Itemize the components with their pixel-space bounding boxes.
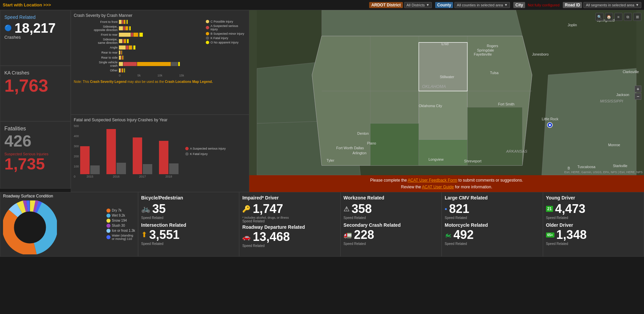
yearly-chart-content: 500 400 300 200 100 0 bbox=[74, 124, 246, 178]
roadid-chevron-icon: ▼ bbox=[636, 3, 639, 7]
svg-text:Starkville: Starkville bbox=[613, 164, 627, 168]
svg-text:Stillwater: Stillwater bbox=[440, 75, 454, 79]
city-status: Not fully configured bbox=[528, 3, 559, 7]
map-grid-icon[interactable]: ⊞ bbox=[633, 13, 641, 21]
map-home-icon[interactable]: 🏠 bbox=[605, 13, 613, 21]
svg-text:Longview: Longview bbox=[428, 157, 444, 161]
ka-crashes-number: 1,763 bbox=[4, 77, 66, 94]
ka-crashes-title: KA Crashes bbox=[4, 70, 66, 75]
svg-text:Shreveport: Shreveport bbox=[464, 159, 482, 163]
bar-row-angle: Angle bbox=[74, 45, 203, 50]
donut-legend-slush: Slush 30 bbox=[106, 224, 135, 228]
donut-chart-svg bbox=[3, 200, 57, 254]
svg-text:Arlington: Arlington bbox=[352, 151, 366, 155]
speed-related-title: Speed Related bbox=[4, 14, 66, 20]
svg-point-54 bbox=[14, 212, 46, 243]
svg-text:Fort Worth Dallas: Fort Worth Dallas bbox=[336, 146, 364, 150]
young-driver-panel: Young Driver 21 4,473 Speed Related Olde… bbox=[543, 192, 644, 257]
svg-text:Fayetteville: Fayetteville bbox=[474, 52, 492, 56]
map-section: Joplin Springnield Garrdeau Rogers Sprin… bbox=[249, 10, 644, 192]
legend-a-suspected-serious: A Suspected serious injury bbox=[206, 24, 246, 31]
large-cmv-panel: Large CMV Related ▪ 821 Speed Related Mo… bbox=[442, 192, 543, 257]
speed-icon: 🔵 bbox=[4, 24, 12, 32]
donut-legend-snow: Snow 194 bbox=[106, 219, 135, 223]
roadid-select[interactable]: All segments in selected area ▼ bbox=[583, 2, 641, 8]
wz-number-row: ⚠ 358 bbox=[344, 202, 439, 216]
svg-text:OKLAHOMA: OKLAHOMA bbox=[422, 84, 446, 89]
cmv-moto-title: Motorcycle Related bbox=[445, 222, 540, 228]
feedback-form-link[interactable]: ACAT User Feedback Form bbox=[408, 178, 457, 183]
bar-row-front-to-rear: Front to rear bbox=[74, 33, 203, 37]
county-label: County bbox=[435, 2, 453, 8]
ardot-chevron-icon: ▼ bbox=[426, 3, 429, 7]
bar-row-single-vehicle: Single vehiclecrash bbox=[74, 61, 203, 67]
legend-k-fatal: K Fatal injury bbox=[206, 36, 246, 40]
yd-older-speed: Speed Related bbox=[546, 242, 641, 246]
car-icon: 🚗 bbox=[242, 233, 251, 241]
wz-secondary-row: 🚛 228 bbox=[344, 228, 439, 242]
charts-column: Crash Severity by Crash Manner Front to … bbox=[71, 10, 249, 192]
bar-2018-red bbox=[159, 141, 168, 174]
crash-severity-legend: C Possible injury A Suspected serious in… bbox=[206, 20, 246, 77]
svg-text:Tuscaloosa: Tuscaloosa bbox=[577, 165, 595, 169]
bp-speed-label: Speed Related bbox=[141, 216, 236, 220]
legend-o-no-apparent: O No apparent injury bbox=[206, 41, 246, 44]
svg-marker-11 bbox=[419, 91, 467, 139]
map-search-icon[interactable]: 🔍 bbox=[595, 13, 604, 21]
speed-number-row: 🔵 18,217 bbox=[4, 21, 66, 35]
top-nav: Start with Location >>> ARDOT District A… bbox=[0, 0, 644, 10]
id-departure-title: Roadway Departure Related bbox=[242, 224, 337, 230]
map-area[interactable]: Joplin Springnield Garrdeau Rogers Sprin… bbox=[249, 10, 644, 175]
crash-severity-chart: Crash Severity by Crash Manner Front to … bbox=[71, 10, 249, 115]
user-guide-link[interactable]: ACAT User Guide bbox=[422, 185, 454, 189]
cmv-moto-speed: Speed Related bbox=[445, 242, 540, 246]
bottom-section: Roadway Surface Condition bbox=[0, 192, 644, 257]
yearly-legend-dark: K Fatal injury bbox=[185, 152, 226, 156]
map-svg: Joplin Springnield Garrdeau Rogers Sprin… bbox=[249, 10, 644, 175]
map-toolbar: 🔍 🏠 ≡ ⧉ ⊞ bbox=[595, 13, 641, 21]
cmv-title: Large CMV Related bbox=[445, 195, 540, 200]
bar-row-other: Other bbox=[74, 68, 203, 72]
donut-legend-water: Water (standingor moving) 110 bbox=[106, 234, 135, 241]
motorcycle-icon: 🏍 bbox=[445, 231, 451, 239]
svg-text:ARKANSAS: ARKANSAS bbox=[506, 149, 527, 153]
year-group-2018: 2018 bbox=[159, 141, 179, 178]
ardot-select[interactable]: All Districts ▼ bbox=[404, 2, 432, 8]
bar-2017-red bbox=[133, 137, 142, 174]
city-label: City bbox=[513, 2, 525, 8]
x-axis: 0 5k 10k 15k bbox=[119, 74, 203, 77]
bp-intersection-speed: Speed Related bbox=[141, 242, 236, 246]
zoom-out-button[interactable]: − bbox=[635, 93, 641, 100]
svg-text:Clarksville: Clarksville bbox=[623, 70, 639, 74]
id-number-row: 🔑 1,747 bbox=[242, 202, 337, 216]
fatalities-title: Fatalities bbox=[4, 126, 66, 132]
svg-text:Denton: Denton bbox=[357, 131, 369, 135]
year-group-2016: 2016 bbox=[106, 129, 126, 178]
zoom-in-button[interactable]: + bbox=[635, 86, 641, 92]
svg-text:MISSISSIPPI: MISSISSIPPI bbox=[600, 99, 623, 103]
yd-number-row: 21 4,473 bbox=[546, 202, 641, 216]
bar-2016-dark bbox=[117, 163, 126, 174]
id-number: 1,747 bbox=[253, 202, 283, 216]
map-layers-icon[interactable]: ⧉ bbox=[624, 13, 632, 21]
svg-marker-13 bbox=[370, 123, 419, 165]
wz-title: Workzone Related bbox=[344, 195, 439, 200]
year-group-2015: 2015 bbox=[80, 146, 100, 178]
crash-severity-title: Crash Severity by Crash Manner bbox=[74, 13, 246, 18]
donut-legend-ice: Ice or frost 1.3k bbox=[106, 229, 135, 233]
svg-text:Little Rock: Little Rock bbox=[542, 117, 558, 121]
svg-text:Jonesboro: Jonesboro bbox=[532, 52, 549, 56]
county-chevron-icon: ▼ bbox=[504, 3, 508, 7]
bar-2018-dark bbox=[169, 163, 179, 174]
map-list-icon[interactable]: ≡ bbox=[614, 13, 622, 21]
age65-icon: 65+ bbox=[546, 232, 554, 238]
county-select[interactable]: All counties in selected area ▼ bbox=[454, 2, 510, 8]
svg-marker-5 bbox=[542, 68, 636, 175]
bar-chart-rows: Front to front bbox=[74, 20, 203, 72]
bicycle-icon: 🚲 bbox=[141, 205, 150, 213]
svg-marker-12 bbox=[419, 42, 467, 91]
legend-c-possible: C Possible injury bbox=[206, 20, 246, 23]
bar-2016-red bbox=[106, 129, 116, 174]
truck-icon: 🚛 bbox=[344, 231, 352, 239]
start-location-label[interactable]: Start with Location >>> bbox=[3, 2, 51, 7]
